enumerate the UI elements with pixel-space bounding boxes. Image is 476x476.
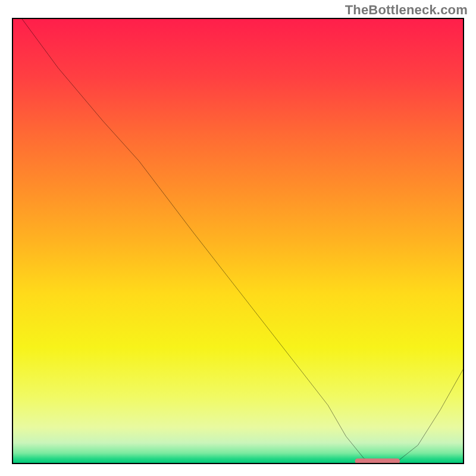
watermark-text: TheBottleneck.com (345, 2, 468, 18)
plot-area (12, 18, 464, 464)
optimal-marker (355, 459, 400, 463)
chart-stage: TheBottleneck.com (0, 0, 476, 476)
curve-overlay (13, 19, 463, 463)
bottleneck-curve (22, 19, 463, 463)
